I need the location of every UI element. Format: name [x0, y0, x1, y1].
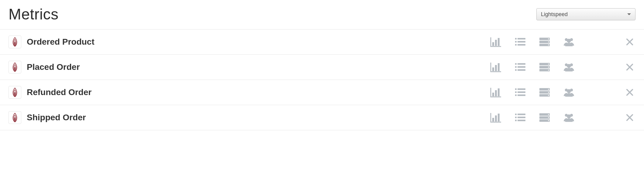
svg-rect-4 [518, 38, 525, 39]
svg-rect-44 [518, 94, 525, 96]
svg-rect-25 [515, 69, 517, 71]
svg-rect-43 [515, 94, 517, 96]
svg-point-17 [567, 39, 571, 43]
svg-point-35 [567, 64, 571, 68]
metric-row[interactable]: Refunded Order [0, 80, 644, 105]
svg-rect-40 [518, 88, 525, 90]
svg-point-49 [548, 92, 549, 93]
svg-rect-60 [518, 117, 525, 118]
metric-row[interactable]: Ordered Product [0, 29, 644, 55]
metric-row[interactable]: Shipped Order [0, 105, 644, 130]
bar-chart-icon[interactable] [490, 37, 502, 47]
svg-rect-8 [518, 44, 525, 46]
svg-rect-2 [498, 38, 500, 46]
page-title: Metrics [9, 5, 59, 23]
lightspeed-icon [9, 86, 21, 99]
svg-point-12 [548, 38, 549, 39]
people-icon[interactable] [563, 87, 575, 98]
bar-chart-icon[interactable] [490, 87, 502, 98]
server-icon[interactable] [539, 62, 550, 72]
svg-rect-0 [492, 42, 494, 46]
svg-rect-7 [515, 44, 517, 46]
people-icon[interactable] [563, 112, 575, 123]
server-icon[interactable] [539, 87, 550, 98]
people-icon[interactable] [563, 37, 575, 47]
svg-rect-37 [495, 90, 497, 96]
metric-name: Placed Order [27, 62, 80, 72]
svg-rect-59 [515, 117, 517, 118]
svg-rect-23 [515, 66, 517, 68]
integration-filter-select[interactable]: Lightspeed [536, 8, 635, 20]
svg-rect-24 [518, 66, 525, 68]
list-icon[interactable] [514, 87, 526, 98]
svg-point-68 [548, 120, 549, 121]
filter-selected-label: Lightspeed [541, 11, 568, 18]
svg-point-32 [548, 70, 549, 70]
people-icon[interactable] [563, 62, 575, 72]
lightspeed-icon [9, 36, 21, 48]
svg-point-53 [567, 89, 571, 93]
svg-point-66 [548, 114, 549, 115]
svg-rect-6 [518, 41, 525, 43]
close-icon[interactable] [624, 37, 635, 47]
svg-rect-22 [518, 63, 525, 65]
list-icon[interactable] [514, 37, 526, 47]
svg-rect-21 [515, 63, 517, 65]
svg-point-14 [548, 44, 549, 45]
list-icon[interactable] [514, 62, 526, 72]
close-icon[interactable] [624, 87, 635, 98]
server-icon[interactable] [539, 37, 550, 47]
svg-point-13 [548, 41, 549, 42]
bar-chart-icon[interactable] [490, 112, 502, 123]
svg-rect-57 [515, 114, 517, 115]
metrics-list: Ordered Product [0, 29, 644, 130]
svg-rect-42 [518, 91, 525, 93]
close-icon[interactable] [624, 112, 635, 123]
header: Metrics Lightspeed [0, 0, 644, 29]
lightspeed-icon [9, 111, 21, 124]
metric-row[interactable]: Placed Order [0, 55, 644, 80]
svg-rect-39 [515, 88, 517, 90]
svg-rect-38 [498, 88, 500, 96]
svg-point-30 [548, 63, 549, 64]
metric-name: Shipped Order [27, 113, 86, 122]
metric-name: Ordered Product [27, 37, 94, 47]
svg-point-31 [548, 67, 549, 67]
bar-chart-icon[interactable] [490, 62, 502, 72]
chevron-down-icon [627, 13, 631, 15]
svg-point-48 [548, 89, 549, 90]
svg-rect-55 [495, 115, 497, 121]
svg-rect-1 [495, 40, 497, 46]
svg-rect-54 [492, 118, 494, 121]
svg-rect-62 [518, 120, 525, 121]
svg-rect-18 [492, 67, 494, 71]
svg-point-71 [567, 115, 571, 118]
server-icon[interactable] [539, 112, 550, 123]
svg-rect-41 [515, 91, 517, 93]
svg-rect-56 [498, 114, 500, 121]
svg-point-67 [548, 117, 549, 118]
svg-rect-36 [492, 93, 494, 96]
svg-rect-19 [495, 65, 497, 71]
list-icon[interactable] [514, 112, 526, 123]
metric-name: Refunded Order [27, 87, 92, 97]
lightspeed-icon [9, 61, 21, 74]
svg-rect-61 [515, 120, 517, 121]
close-icon[interactable] [624, 62, 635, 72]
svg-rect-20 [498, 63, 500, 71]
svg-rect-26 [518, 69, 525, 71]
svg-rect-5 [515, 41, 517, 43]
svg-point-50 [548, 95, 549, 96]
svg-rect-3 [515, 38, 517, 39]
svg-rect-58 [518, 114, 525, 115]
